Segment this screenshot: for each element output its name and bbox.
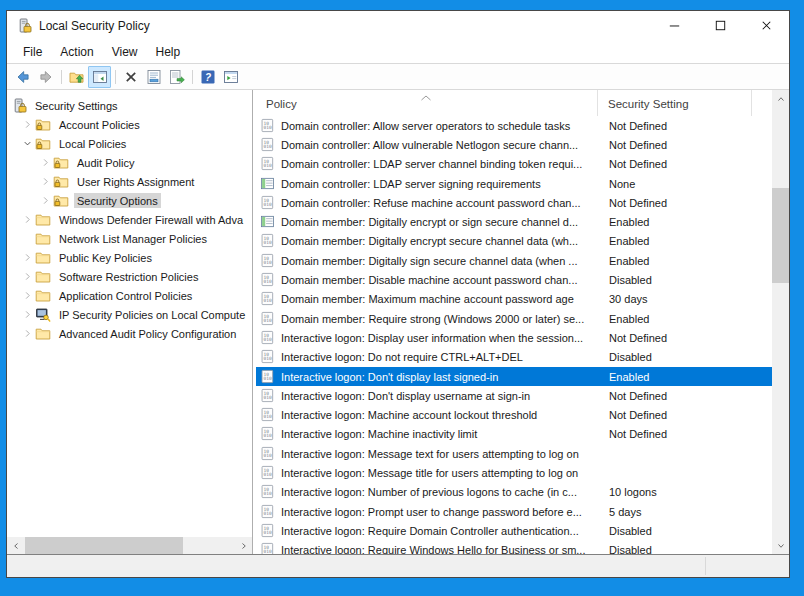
vertical-scroll-thumb[interactable] — [772, 188, 789, 283]
chevron-right-icon[interactable] — [19, 117, 35, 133]
back-button[interactable] — [11, 66, 34, 88]
policy-row[interactable]: 10010 Domain controller: Refuse machine … — [256, 193, 772, 212]
tree-item[interactable]: Application Control Policies — [7, 286, 252, 305]
svg-text:010: 010 — [264, 472, 272, 477]
policy-row[interactable]: 10010 Domain member: Disable machine acc… — [256, 270, 772, 289]
policy-row[interactable]: 10010 Domain controller: LDAP server cha… — [256, 155, 772, 174]
show-console-tree-button[interactable] — [88, 66, 111, 88]
chevron-right-icon[interactable] — [19, 326, 35, 342]
maximize-button[interactable] — [697, 11, 743, 40]
menu-file[interactable]: File — [14, 42, 51, 62]
svg-text:010: 010 — [264, 357, 272, 362]
forward-button[interactable] — [34, 66, 57, 88]
policy-name: Domain member: Digitally sign secure cha… — [281, 255, 598, 267]
chevron-right-icon[interactable] — [19, 288, 35, 304]
folder-icon — [35, 269, 51, 285]
title-bar: Local Security Policy — [7, 11, 789, 40]
chevron-right-icon[interactable] — [37, 155, 53, 171]
delete-button[interactable] — [119, 66, 142, 88]
tree-item[interactable]: Audit Policy — [7, 153, 252, 172]
tree-item[interactable]: IP Security Policies on Local Compute — [7, 305, 252, 324]
policy-row[interactable]: 10010 Interactive logon: Prompt user to … — [256, 502, 772, 521]
policy-row[interactable]: Domain member: Digitally encrypt or sign… — [256, 212, 772, 231]
chevron-right-icon[interactable] — [37, 193, 53, 209]
close-button[interactable] — [743, 11, 789, 40]
policy-row[interactable]: 10010 Interactive logon: Message title f… — [256, 463, 772, 482]
policy-row[interactable]: 10010 Interactive logon: Machine inactiv… — [256, 425, 772, 444]
policy-binary-icon: 10010 — [260, 349, 276, 365]
tree-item[interactable]: Security Options — [7, 191, 252, 210]
folder-icon — [35, 250, 51, 266]
console-tree: Security Settings Account Policies Local… — [7, 96, 252, 343]
svg-text:010: 010 — [264, 434, 272, 439]
scroll-right-icon[interactable] — [235, 537, 252, 554]
tree-item[interactable]: Account Policies — [7, 115, 252, 134]
policy-row[interactable]: 10010 Domain member: Digitally sign secu… — [256, 251, 772, 270]
svg-text:010: 010 — [264, 164, 272, 169]
menu-help[interactable]: Help — [147, 42, 190, 62]
tree-item-label: Security Settings — [32, 98, 121, 113]
tree-item[interactable]: Software Restriction Policies — [7, 267, 252, 286]
policy-row[interactable]: 10010 Interactive logon: Require Domain … — [256, 521, 772, 540]
list-vertical-scrollbar[interactable] — [772, 90, 789, 554]
action-pane-button[interactable] — [219, 66, 242, 88]
tree-item[interactable]: User Rights Assignment — [7, 172, 252, 191]
chevron-down-icon[interactable] — [19, 136, 35, 152]
chevron-right-icon[interactable] — [19, 307, 35, 323]
policy-name: Domain member: Require strong (Windows 2… — [281, 313, 598, 325]
column-header-security-setting[interactable]: Security Setting — [598, 90, 752, 116]
tree-item-label: Public Key Policies — [56, 250, 155, 265]
policy-defined-icon — [260, 176, 276, 192]
chevron-right-icon[interactable] — [37, 174, 53, 190]
horizontal-scroll-thumb[interactable] — [25, 537, 183, 554]
chevron-right-icon[interactable] — [19, 269, 35, 285]
svg-text:010: 010 — [264, 376, 272, 381]
policy-row[interactable]: 10010 Domain controller: Allow server op… — [256, 116, 772, 135]
tree-expander[interactable] — [19, 231, 35, 247]
scroll-down-icon[interactable] — [772, 537, 789, 554]
tree-horizontal-scrollbar[interactable] — [7, 537, 252, 554]
policy-row[interactable]: 10010 Domain member: Digitally encrypt s… — [256, 232, 772, 251]
policy-row[interactable]: 10010 Domain member: Require strong (Win… — [256, 309, 772, 328]
tree-item[interactable]: Security Settings — [7, 96, 252, 115]
column-header-policy[interactable]: Policy — [256, 90, 598, 116]
chevron-right-icon[interactable] — [19, 212, 35, 228]
tree-item-label: Application Control Policies — [56, 288, 195, 303]
up-one-level-button[interactable] — [65, 66, 88, 88]
policy-row[interactable]: 10010 Interactive logon: Message text fo… — [256, 444, 772, 463]
policy-name: Domain member: Disable machine account p… — [281, 274, 598, 286]
policy-row[interactable]: Domain controller: LDAP server signing r… — [256, 174, 772, 193]
properties-button[interactable] — [142, 66, 165, 88]
policy-row[interactable]: 10010 Interactive logon: Require Windows… — [256, 541, 772, 554]
policy-row[interactable]: 10010 Interactive logon: Don't display u… — [256, 386, 772, 405]
policy-row[interactable]: 10010 Interactive logon: Do not require … — [256, 348, 772, 367]
menu-view[interactable]: View — [103, 42, 147, 62]
policy-binary-icon: 10010 — [260, 233, 276, 249]
tree-item[interactable]: Windows Defender Firewall with Adva — [7, 210, 252, 229]
policy-row[interactable]: 10010 Domain member: Maximum machine acc… — [256, 290, 772, 309]
folder-icon — [35, 212, 51, 228]
export-list-button[interactable] — [165, 66, 188, 88]
tree-item[interactable]: Advanced Audit Policy Configuration — [7, 324, 252, 343]
policy-name: Interactive logon: Require Domain Contro… — [281, 525, 598, 537]
svg-text:010: 010 — [264, 492, 272, 497]
policy-row[interactable]: 10010 Interactive logon: Number of previ… — [256, 483, 772, 502]
policy-row[interactable]: 10010 Interactive logon: Machine account… — [256, 405, 772, 424]
svg-text:010: 010 — [264, 395, 272, 400]
tree-item[interactable]: Network List Manager Policies — [7, 229, 252, 248]
policy-row[interactable]: 10010 Interactive logon: Display user in… — [256, 328, 772, 347]
policy-name: Interactive logon: Machine account locko… — [281, 409, 598, 421]
policy-name: Domain controller: Allow vulnerable Netl… — [281, 139, 598, 151]
policy-row[interactable]: 10010 Domain controller: Allow vulnerabl… — [256, 135, 772, 154]
chevron-right-icon[interactable] — [19, 250, 35, 266]
security-setting-value: Not Defined — [598, 428, 772, 440]
help-button[interactable]: ? — [196, 66, 219, 88]
tree-item[interactable]: Local Policies — [7, 134, 252, 153]
policy-row[interactable]: 10010 Interactive logon: Don't display l… — [256, 367, 772, 386]
tree-item-label: Software Restriction Policies — [56, 269, 201, 284]
tree-item[interactable]: Public Key Policies — [7, 248, 252, 267]
scroll-up-icon[interactable] — [772, 90, 789, 107]
scroll-left-icon[interactable] — [7, 537, 24, 554]
minimize-button[interactable] — [651, 11, 697, 40]
menu-action[interactable]: Action — [51, 42, 102, 62]
